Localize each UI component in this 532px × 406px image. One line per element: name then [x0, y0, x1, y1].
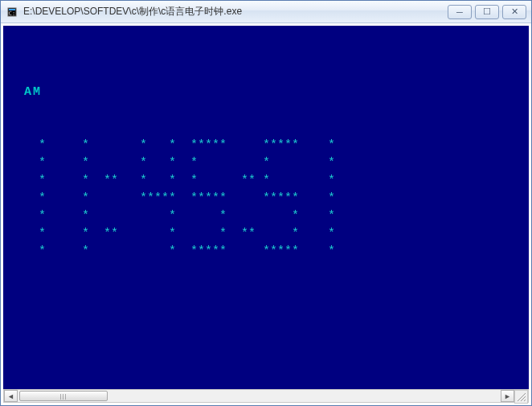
scrollbar-thumb[interactable] [19, 391, 108, 401]
svg-line-5 [524, 400, 526, 401]
close-button[interactable]: ✕ [502, 5, 526, 19]
titlebar[interactable]: C: E:\DEVELOP\SOFTDEV\c\制作\c语言电子时钟.exe ─… [1, 1, 531, 23]
close-icon: ✕ [511, 6, 518, 17]
horizontal-scrollbar: ◄ ► [3, 389, 529, 403]
digit-row-2: * * ** * * * ** * * [10, 174, 335, 187]
resize-grip[interactable] [514, 390, 528, 404]
blank-line [10, 121, 17, 134]
digit-row-3: * * ***** ***** ***** * [10, 191, 335, 205]
digit-row-0: * * * * ***** ***** * [10, 138, 335, 152]
scroll-right-button[interactable]: ► [501, 390, 514, 402]
digit-row-1: * * * * * * * [10, 156, 335, 170]
console-output: AM * * * * ***** ***** * * * * * * * * *… [3, 26, 529, 283]
window-title: E:\DEVELOP\SOFTDEV\c\制作\c语言电子时钟.exe [23, 5, 448, 18]
chevron-right-icon: ► [504, 392, 511, 400]
digit-row-5: * * ** * * ** * * [10, 227, 335, 240]
console-viewport[interactable]: AM * * * * ***** ***** * * * * * * * * *… [3, 26, 529, 389]
blank-line [10, 103, 17, 117]
window-controls: ─ ☐ ✕ [448, 5, 526, 19]
svg-text:C:: C: [9, 10, 15, 17]
maximize-button[interactable]: ☐ [475, 5, 499, 19]
digit-row-4: * * * * * * [10, 209, 335, 223]
minimize-icon: ─ [456, 7, 463, 17]
digit-row-6: * * * ***** ***** * [10, 244, 335, 258]
app-icon: C: [6, 6, 18, 18]
blank-line [10, 50, 17, 64]
grip-icon [518, 393, 526, 401]
scroll-left-button[interactable]: ◄ [4, 390, 18, 402]
blank-line [10, 68, 17, 81]
scrollbar-track[interactable] [18, 390, 501, 402]
app-window: C: E:\DEVELOP\SOFTDEV\c\制作\c语言电子时钟.exe ─… [0, 0, 532, 406]
minimize-button[interactable]: ─ [448, 5, 472, 19]
ampm-label: AM [24, 85, 42, 99]
client-area: AM * * * * ***** ***** * * * * * * * * *… [1, 23, 531, 405]
chevron-left-icon: ◄ [7, 392, 14, 400]
maximize-icon: ☐ [483, 6, 491, 17]
